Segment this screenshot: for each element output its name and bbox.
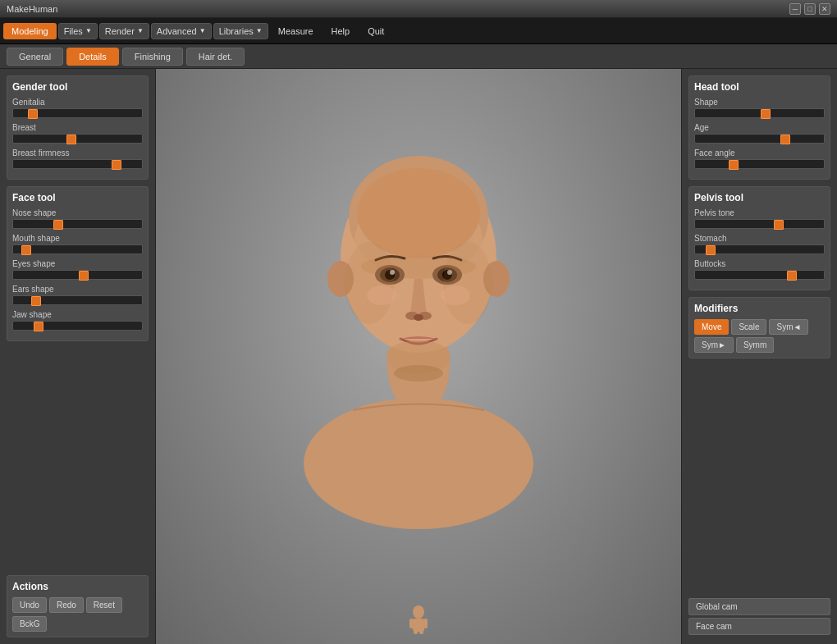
face-cam-button[interactable]: Face cam — [688, 618, 830, 635]
menu-libraries[interactable]: Libraries — [213, 23, 268, 39]
face-angle-thumb[interactable] — [729, 160, 739, 170]
symm-button[interactable]: Symm — [736, 337, 774, 353]
svg-rect-29 — [409, 619, 414, 628]
face-tool-panel: Face tool Nose shape Mouth shape Eyes sh… — [7, 186, 149, 341]
head-shape-thumb[interactable] — [761, 109, 771, 119]
genitalia-thumb[interactable] — [28, 109, 38, 119]
main-content: Gender tool Genitalia Breast Breast firm… — [0, 69, 837, 644]
stomach-slider-group: Stomach — [694, 234, 825, 254]
jaw-shape-thumb[interactable] — [34, 322, 43, 331]
head-tool-panel: Head tool Shape Age Face angle — [688, 75, 830, 180]
mouth-shape-slider[interactable] — [12, 244, 143, 254]
left-panel: Gender tool Genitalia Breast Breast firm… — [0, 69, 156, 644]
jaw-shape-slider-group: Jaw shape — [12, 310, 143, 331]
tab-details[interactable]: Details — [66, 48, 119, 66]
scale-button[interactable]: Scale — [731, 319, 766, 335]
minimize-button[interactable]: ─ — [789, 3, 801, 15]
head-tool-title: Head tool — [694, 81, 825, 93]
menubar: Modeling Files Render Advanced Libraries… — [0, 18, 837, 44]
svg-point-24 — [443, 242, 492, 324]
stomach-slider[interactable] — [694, 244, 825, 254]
svg-rect-21 — [320, 422, 517, 488]
jaw-shape-slider[interactable] — [12, 321, 143, 331]
pelvis-tone-slider[interactable] — [694, 219, 825, 229]
age-thumb[interactable] — [780, 135, 790, 144]
sym-left-button[interactable]: Sym◄ — [769, 319, 808, 335]
eyes-shape-label: Eyes shape — [12, 259, 143, 268]
menu-measure[interactable]: Measure — [270, 23, 322, 39]
svg-point-17 — [414, 314, 423, 321]
move-button[interactable]: Move — [694, 319, 729, 335]
nose-shape-thumb[interactable] — [53, 220, 63, 230]
character-area — [156, 69, 681, 644]
breast-firmness-slider[interactable] — [12, 159, 143, 169]
tab-general[interactable]: General — [7, 48, 63, 66]
redo-button[interactable]: Redo — [49, 597, 84, 613]
svg-rect-30 — [423, 619, 428, 628]
face-angle-label: Face angle — [694, 148, 825, 158]
eyes-shape-thumb[interactable] — [79, 271, 89, 281]
breast-firmness-thumb[interactable] — [112, 160, 121, 170]
head-shape-slider[interactable] — [694, 108, 825, 118]
close-button[interactable]: ✕ — [819, 3, 830, 15]
mouth-shape-thumb[interactable] — [21, 245, 31, 255]
breast-thumb[interactable] — [66, 135, 76, 144]
pelvis-tool-panel: Pelvis tool Pelvis tone Stomach Buttocks — [688, 186, 830, 290]
tab-finishing[interactable]: Finishing — [122, 48, 183, 66]
pelvis-tone-slider-group: Pelvis tone — [694, 208, 825, 229]
global-cam-button[interactable]: Global cam — [688, 598, 830, 615]
right-panel: Head tool Shape Age Face angle — [681, 69, 837, 644]
undo-button[interactable]: Undo — [12, 597, 47, 613]
breast-firmness-label: Breast firmness — [12, 148, 143, 158]
genitalia-slider-group: Genitalia — [12, 98, 143, 118]
age-label: Age — [694, 123, 825, 132]
jaw-shape-label: Jaw shape — [12, 310, 143, 319]
stomach-label: Stomach — [694, 234, 825, 243]
face-angle-slider-group: Face angle — [694, 148, 825, 169]
nose-shape-label: Nose shape — [12, 208, 143, 217]
face-angle-slider[interactable] — [694, 159, 825, 169]
age-slider[interactable] — [694, 134, 825, 144]
menu-files[interactable]: Files — [58, 23, 98, 39]
ears-shape-thumb[interactable] — [31, 296, 41, 306]
svg-point-23 — [345, 242, 394, 324]
modifiers-title: Modifiers — [694, 303, 825, 314]
camera-buttons: Global cam Face cam — [688, 598, 830, 637]
menu-quit[interactable]: Quit — [359, 23, 392, 39]
tab-hair-det[interactable]: Hair det. — [186, 48, 245, 66]
menu-render[interactable]: Render — [99, 23, 149, 39]
breast-label: Breast — [12, 123, 143, 132]
bckg-button[interactable]: BckG — [12, 616, 47, 632]
pelvis-tone-thumb[interactable] — [774, 220, 784, 230]
menu-help[interactable]: Help — [323, 23, 359, 39]
buttocks-label: Buttocks — [694, 259, 825, 268]
titlebar: MakeHuman ─ □ ✕ — [0, 0, 837, 18]
age-slider-group: Age — [694, 123, 825, 144]
ears-shape-label: Ears shape — [12, 285, 143, 294]
genitalia-slider[interactable] — [12, 108, 143, 118]
gender-tool-panel: Gender tool Genitalia Breast Breast firm… — [7, 75, 149, 180]
viewport[interactable] — [156, 69, 681, 644]
menu-advanced[interactable]: Advanced — [151, 23, 212, 39]
nose-shape-slider-group: Nose shape — [12, 208, 143, 229]
svg-rect-32 — [419, 630, 423, 634]
head-shape-label: Shape — [694, 98, 825, 107]
breast-slider[interactable] — [12, 134, 143, 144]
svg-point-22 — [394, 365, 443, 381]
buttocks-slider-group: Buttocks — [694, 259, 825, 280]
modifier-buttons: Move Scale Sym◄ Sym► Symm — [694, 319, 825, 353]
maximize-button[interactable]: □ — [804, 3, 816, 15]
ears-shape-slider[interactable] — [12, 295, 143, 305]
buttocks-thumb[interactable] — [787, 271, 797, 281]
pelvis-tone-label: Pelvis tone — [694, 208, 825, 217]
reset-button[interactable]: Reset — [86, 597, 122, 613]
stomach-thumb[interactable] — [706, 245, 716, 255]
sym-right-button[interactable]: Sym► — [694, 337, 734, 353]
buttocks-slider[interactable] — [694, 270, 825, 280]
action-buttons: Undo Redo Reset — [12, 597, 143, 613]
nose-shape-slider[interactable] — [12, 219, 143, 229]
mini-character-icon — [406, 605, 431, 634]
eyes-shape-slider[interactable] — [12, 270, 143, 280]
svg-point-25 — [367, 285, 396, 305]
menu-modeling[interactable]: Modeling — [3, 23, 57, 39]
